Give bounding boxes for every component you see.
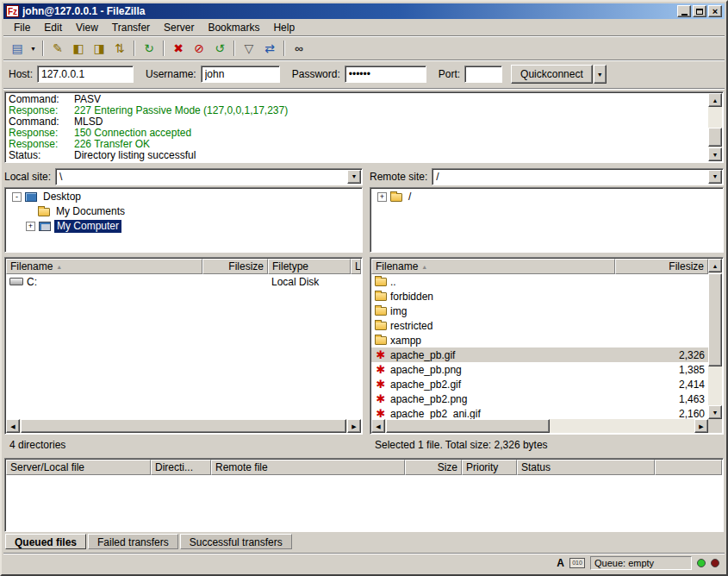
menu-view[interactable]: View [69,19,105,36]
scroll-left-icon[interactable]: ◀ [6,419,20,433]
scroll-down-icon[interactable]: ▼ [708,147,722,161]
scroll-up-icon[interactable]: ▲ [708,93,722,107]
tree-item-my-documents[interactable]: My Documents [7,204,360,219]
menu-server[interactable]: Server [157,19,201,36]
file-row-c-drive[interactable]: C: Local Disk [6,274,361,289]
file-row[interactable]: forbidden [371,289,708,304]
remote-list-header: Filename▲ Filesize [371,259,708,274]
chevron-down-icon[interactable]: ▼ [708,170,722,184]
file-row[interactable]: img [371,304,708,318]
username-input[interactable] [201,66,280,83]
port-input[interactable] [464,66,502,83]
image-file-icon: ✱ [375,393,387,404]
tab-queued-files[interactable]: Queued files [5,534,86,549]
quickconnect-button[interactable]: Quickconnect [511,65,593,84]
file-row[interactable]: ✱apache_pb2_ani.gif 2,160 [371,406,708,419]
filezilla-logo-icon: Fz [6,5,19,17]
statusbar: A 010 Queue: empty [3,553,725,573]
toggle-remote-tree-button[interactable]: ◨ [89,39,109,58]
site-manager-button[interactable]: ▤ [7,39,28,58]
transfer-queue: Server/Local file Directi... Remote file… [4,458,724,532]
column-header-filesize[interactable]: Filesize [615,259,708,274]
log-line: Status:Directory listing successful [9,150,706,161]
host-input[interactable] [37,66,134,83]
refresh-button[interactable]: ↻ [139,39,159,58]
disconnect-button[interactable]: ⊘ [189,39,209,58]
local-site-combo[interactable]: \ ▼ [55,168,363,185]
scroll-thumb[interactable] [386,419,550,433]
queue-body[interactable] [6,475,722,530]
column-header-direction[interactable]: Directi... [151,460,211,475]
folder-icon [375,307,387,316]
collapse-icon[interactable]: - [12,192,22,202]
filezilla-window: Fz john@127.0.0.1 - FileZilla × File Edi… [0,0,728,576]
minimize-button[interactable] [677,5,691,17]
expand-icon[interactable]: + [377,192,387,202]
column-header-filesize[interactable]: Filesize [202,259,268,274]
reconnect-button[interactable]: ↺ [209,39,230,58]
chevron-down-icon[interactable]: ▼ [347,170,361,184]
toggle-queue-button[interactable]: ⇅ [109,39,130,58]
file-row[interactable]: ✱apache_pb2.gif 2,414 [371,377,708,391]
cancel-button[interactable]: ✖ [168,39,189,58]
column-header-status[interactable]: Status [517,460,655,475]
scroll-right-icon[interactable]: ▶ [694,419,708,433]
file-row[interactable]: ✱apache_pb2.png 1,463 [371,391,708,406]
password-input[interactable] [345,66,426,83]
column-header-size[interactable]: Size [405,460,462,475]
tree-item-my-computer[interactable]: + My Computer [7,219,360,234]
column-header-priority[interactable]: Priority [462,460,517,475]
menu-bookmarks[interactable]: Bookmarks [201,19,266,36]
scroll-right-icon[interactable]: ▶ [347,419,361,433]
scroll-thumb[interactable] [708,128,722,147]
column-header-truncated[interactable]: L [351,259,361,274]
filter-button[interactable]: ▽ [239,39,259,58]
toggle-message-log-button[interactable]: ✎ [47,39,68,58]
expand-icon[interactable]: + [26,222,35,231]
menu-transfer[interactable]: Transfer [105,19,157,36]
folder-icon [375,278,387,286]
column-header-filename[interactable]: Filename▲ [371,259,615,274]
remote-list-vscrollbar[interactable]: ▲ ▼ [708,259,722,419]
scroll-thumb[interactable] [708,273,722,366]
column-header-remote-file[interactable]: Remote file [211,460,405,475]
tab-successful-transfers[interactable]: Successful transfers [180,534,292,549]
column-header-filler [655,460,722,475]
scroll-up-icon[interactable]: ▲ [708,259,722,272]
remote-list-hscrollbar[interactable]: ◀ ▶ [371,419,708,433]
menu-help[interactable]: Help [266,19,302,36]
close-button[interactable]: × [708,5,722,17]
compare-button[interactable]: ⇄ [259,39,280,58]
tree-item-desktop[interactable]: - Desktop [7,190,360,204]
image-file-icon: ✱ [375,379,387,390]
file-row[interactable]: ✱apache_pb.png 1,385 [371,362,708,377]
scroll-down-icon[interactable]: ▼ [708,405,722,419]
tab-failed-transfers[interactable]: Failed transfers [88,534,178,549]
column-header-server-local-file[interactable]: Server/Local file [6,460,151,475]
menu-edit[interactable]: Edit [37,19,69,36]
local-list-hscrollbar[interactable]: ◀ ▶ [6,419,361,433]
toggle-local-tree-button[interactable]: ◧ [68,39,89,58]
file-row[interactable]: restricted [371,318,708,333]
remote-site-combo[interactable]: / ▼ [432,168,724,185]
maximize-button[interactable] [693,5,706,17]
file-row[interactable]: .. [371,274,708,289]
scroll-thumb[interactable] [21,419,346,433]
site-manager-dropdown[interactable]: ▼ [28,39,39,58]
remote-file-list: Filename▲ Filesize .. forbidden img rest… [370,257,724,435]
tree-item-root[interactable]: + / [372,190,721,204]
desktop-icon [25,192,37,202]
log-scrollbar[interactable]: ▲ ▼ [708,93,722,161]
remote-site-label: Remote site: [370,171,427,183]
file-row[interactable]: xampp [371,333,708,347]
message-log: Command:PASV Response:227 Entering Passi… [4,91,724,163]
computer-icon [39,222,51,231]
column-header-filename[interactable]: Filename▲ [6,259,202,274]
find-files-button[interactable]: ∞ [289,39,309,58]
scroll-left-icon[interactable]: ◀ [371,419,385,433]
menu-file[interactable]: File [7,19,37,36]
column-header-filetype[interactable]: Filetype [268,259,351,274]
quickconnect-dropdown[interactable]: ▼ [594,65,607,84]
file-row-selected[interactable]: ✱apache_pb.gif 2,326 [371,347,708,362]
toolbar-separator [42,41,44,56]
